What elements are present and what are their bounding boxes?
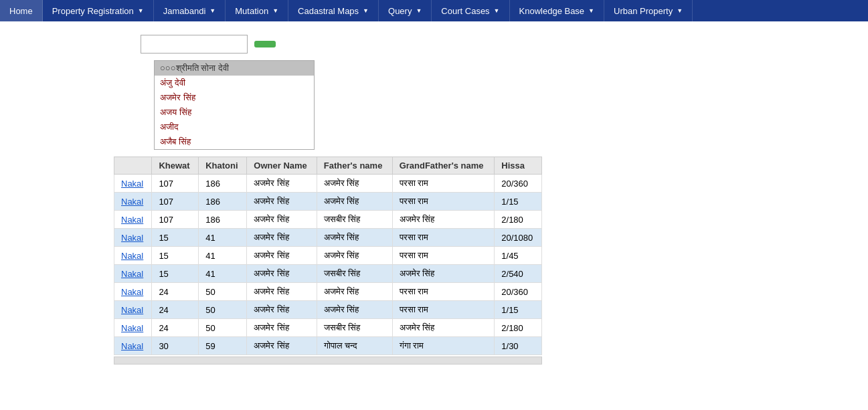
table-cell: 1/30 [495,337,542,355]
table-cell: 107 [152,211,199,229]
nakal-link[interactable]: Nakal [121,251,143,261]
nav-item-cadastral-maps[interactable]: Cadastral Maps▼ [288,0,379,21]
dropdown-item[interactable]: अजैब सिंह [155,134,314,149]
table-cell: 15 [152,229,199,247]
nav-item-urban-property[interactable]: Urban Property▼ [604,0,693,21]
table-col-header: GrandFather's name [392,157,495,175]
data-table: KhewatKhatoniOwner NameFather's nameGran… [114,157,542,355]
caret-icon: ▼ [363,7,369,14]
table-wrapper: KhewatKhatoniOwner NameFather's nameGran… [114,157,855,365]
table-cell: जसबीर सिंह [317,265,392,283]
table-cell: परसा राम [392,283,495,301]
nakal-cell: Nakal [114,337,152,355]
nakal-link[interactable]: Nakal [121,287,143,297]
dropdown-item[interactable]: अजीद [155,120,314,134]
table-cell: 20/360 [495,283,542,301]
table-row: Nakal2450अजमेर सिंहजसबीर सिंहअजमेर सिंह2… [114,319,542,337]
nakal-link[interactable]: Nakal [121,323,143,333]
nav-item-mutation[interactable]: Mutation▼ [226,0,288,21]
table-col-header: Father's name [317,157,392,175]
bottom-scrollbar[interactable] [114,356,542,365]
table-cell: 30 [152,337,199,355]
table-cell: 15 [152,265,199,283]
table-cell: परसा राम [392,175,495,193]
table-row: Nakal3059अजमेर सिंहगोपाल चन्दगंगा राम1/3… [114,337,542,355]
dropdown-item[interactable]: अजमेर सिंह [155,90,314,105]
table-cell: 24 [152,301,199,319]
table-header: KhewatKhatoniOwner NameFather's nameGran… [114,157,542,175]
table-cell: अजमेर सिंह [247,193,317,211]
dropdown-item[interactable]: अजय सिंह [155,105,314,120]
nakal-cell: Nakal [114,193,152,211]
table-cell: 186 [199,175,247,193]
table-col-header: Khatoni [199,157,247,175]
table-cell: 24 [152,283,199,301]
caret-icon: ▼ [677,7,683,14]
table-cell: परसा राम [392,247,495,265]
nakal-link[interactable]: Nakal [121,233,143,243]
table-body: Nakal107186अजमेर सिंहअजमेर सिंहपरसा राम2… [114,175,542,355]
nakal-link[interactable]: Nakal [121,341,143,351]
nakal-cell: Nakal [114,175,152,193]
table-cell: 41 [199,229,247,247]
table-cell: 1/15 [495,301,542,319]
nav-item-property-registration[interactable]: Property Registration▼ [43,0,154,21]
caret-icon: ▼ [209,7,215,14]
nakal-link[interactable]: Nakal [121,215,143,225]
table-cell: 24 [152,319,199,337]
table-col-header: Hissa [495,157,542,175]
table-cell: अजमेर सिंह [247,283,317,301]
dropdown-list: ○○○श्रीमति सोना देवीअंजु देवीअजमेर सिंहअ… [154,60,315,150]
table-cell: 15 [152,247,199,265]
table-cell: 1/15 [495,193,542,211]
table-cell: अजमेर सिंह [392,265,495,283]
nakal-link[interactable]: Nakal [121,269,143,279]
nav-item-query[interactable]: Query▼ [379,0,432,21]
table-cell: 50 [199,319,247,337]
table-cell: अजमेर सिंह [317,229,392,247]
nakal-link[interactable]: Nakal [121,197,143,207]
table-cell: 1/45 [495,247,542,265]
table-cell: अजमेर सिंह [247,175,317,193]
table-cell: परसा राम [392,301,495,319]
nav-item-court-cases[interactable]: Court Cases▼ [432,0,509,21]
nakal-cell: Nakal [114,283,152,301]
table-cell: अजमेर सिंह [247,337,317,355]
table-cell: अजमेर सिंह [317,283,392,301]
nav-item-home[interactable]: Home [0,0,43,21]
nakal-link[interactable]: Nakal [121,179,143,189]
table-cell: 186 [199,193,247,211]
table-cell: 41 [199,265,247,283]
table-row: Nakal2450अजमेर सिंहअजमेर सिंहपरसा राम1/1… [114,301,542,319]
table-cell: 59 [199,337,247,355]
dropdown-item[interactable]: अंजु देवी [155,76,314,90]
table-cell: गंगा राम [392,337,495,355]
dropdown-item[interactable]: ○○○श्रीमति सोना देवी [155,61,314,76]
table-cell: अजमेर सिंह [392,211,495,229]
nakal-link[interactable]: Nakal [121,305,143,315]
table-cell: 186 [199,211,247,229]
nav-item-knowledge-base[interactable]: Knowledge Base▼ [510,0,605,21]
table-cell: 2/180 [495,211,542,229]
table-cell: 50 [199,301,247,319]
table-cell: 107 [152,193,199,211]
caret-icon: ▼ [494,7,500,14]
table-cell: 2/540 [495,265,542,283]
table-cell: अजमेर सिंह [317,175,392,193]
table-cell: 20/360 [495,175,542,193]
naam-input[interactable] [141,35,248,54]
table-col-header [114,157,152,175]
table-row: Nakal107186अजमेर सिंहअजमेर सिंहपरसा राम2… [114,175,542,193]
dropdown-scroll[interactable]: ○○○श्रीमति सोना देवीअंजु देवीअजमेर सिंहअ… [155,61,314,149]
table-col-header: Owner Name [247,157,317,175]
table-row: Nakal1541अजमेर सिंहजसबीर सिंहअजमेर सिंह2… [114,265,542,283]
caret-icon: ▼ [138,7,144,14]
table-cell: 107 [152,175,199,193]
nav-item-jamabandi[interactable]: Jamabandi▼ [154,0,226,21]
table-cell: अजमेर सिंह [247,211,317,229]
table-cell: 50 [199,283,247,301]
table-cell: अजमेर सिंह [247,247,317,265]
table-cell: अजमेर सिंह [247,265,317,283]
nakal-cell: Nakal [114,265,152,283]
click-button[interactable] [254,41,276,47]
